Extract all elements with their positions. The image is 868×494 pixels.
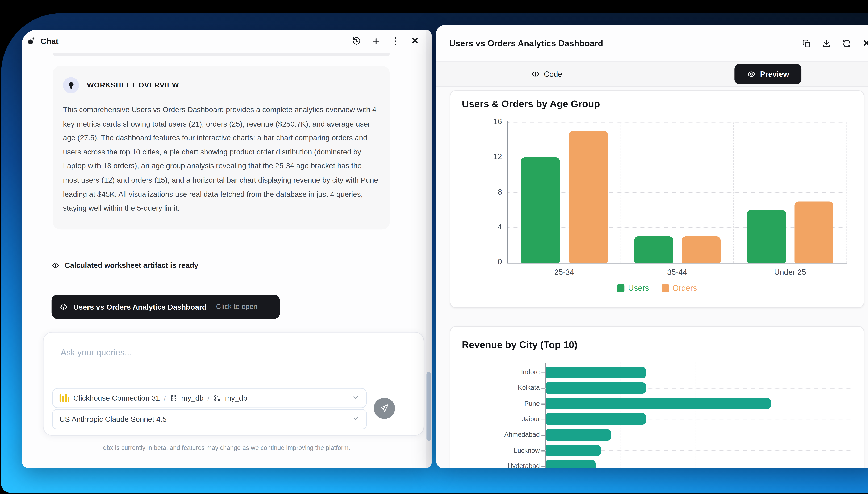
schema-name: my_db [225, 394, 247, 402]
bar-orders-35-44 [682, 236, 721, 263]
overview-card-title: WORKSHEET OVERVIEW [87, 81, 179, 89]
chevron-down-icon [352, 393, 360, 403]
close-chat-icon[interactable]: ✕ [409, 35, 421, 48]
history-icon[interactable] [350, 35, 363, 48]
chat-input[interactable] [59, 346, 405, 378]
artifact-status: Calculated worksheet artifact is ready [52, 261, 198, 270]
chevron-down-icon [352, 414, 360, 424]
previous-message-edge [53, 53, 390, 56]
connection-icon [59, 394, 70, 402]
code-icon [52, 261, 59, 269]
model-name: US Anthropic Claude Sonnet 4.5 [59, 415, 167, 423]
code-icon [59, 303, 68, 311]
bar-users-under-25 [747, 210, 786, 263]
worksheet-overview-card: WORKSHEET OVERVIEW This comprehensive Us… [53, 66, 390, 229]
artifact-button-hint: - Click to open [212, 303, 258, 311]
code-icon [531, 70, 540, 78]
scrollbar-track[interactable] [426, 30, 432, 468]
revenue-chart: IndoreKolkataPuneJaipurAhmedabadLucknowH… [451, 327, 864, 468]
connection-select[interactable]: Clickhouse Connection 31 / my_db / my_db [52, 388, 367, 408]
bar-pune [546, 398, 771, 409]
artifact-button-title: Users vs Orders Analytics Dashboard [73, 303, 207, 311]
bar-users-35-44 [634, 236, 673, 263]
overview-card-body: This comprehensive Users vs Orders Dashb… [63, 103, 379, 215]
path-separator: / [208, 394, 210, 402]
bar-kolkata [546, 382, 646, 394]
beta-disclaimer: dbx is currently in beta, and features m… [22, 444, 432, 451]
connection-name: Clickhouse Connection 31 [73, 394, 160, 402]
overview-card-header: WORKSHEET OVERVIEW [63, 77, 379, 93]
refresh-icon[interactable] [840, 37, 853, 50]
screen: Chat ⋮ ✕ WORKSHEET OVERVIEW Thi [0, 0, 868, 494]
new-chat-icon[interactable] [370, 35, 382, 48]
tab-preview[interactable]: Preview [735, 64, 801, 84]
schema-icon [213, 394, 221, 402]
artifact-title: Users vs Orders Analytics Dashboard [436, 38, 603, 48]
chat-title-wrap: Chat [22, 35, 58, 48]
bar-jaipur [546, 414, 646, 425]
database-name: my_db [181, 394, 204, 402]
model-select[interactable]: US Anthropic Claude Sonnet 4.5 [52, 409, 367, 429]
chat-panel: Chat ⋮ ✕ WORKSHEET OVERVIEW Thi [22, 30, 432, 468]
chat-header: Chat ⋮ ✕ [22, 30, 432, 53]
lightbulb-icon [63, 77, 79, 93]
revenue-chart-card: Revenue by City (Top 10) IndoreKolkataPu… [450, 326, 864, 468]
age-group-chart-card: Users & Orders by Age Group 161284025-34… [450, 91, 864, 308]
chat-panel-title: Chat [41, 37, 58, 46]
database-icon [170, 394, 177, 402]
chat-sparkle-icon [25, 35, 38, 48]
tab-code-label: Code [544, 70, 562, 78]
age-group-legend: UsersOrders [451, 283, 864, 292]
artifact-header: Users vs Orders Analytics Dashboard ✕ [436, 25, 868, 61]
send-button[interactable] [374, 398, 395, 419]
bar-ahmedabad [546, 429, 611, 440]
copy-icon[interactable] [800, 37, 813, 50]
legend-item-orders: Orders [662, 283, 697, 292]
tab-preview-label: Preview [760, 70, 789, 78]
tab-code[interactable]: Code [436, 62, 657, 87]
download-icon[interactable] [820, 37, 833, 50]
path-separator: / [164, 394, 166, 402]
artifact-open-button[interactable]: Users vs Orders Analytics Dashboard - Cl… [52, 295, 280, 319]
send-plane-icon [379, 403, 389, 413]
bar-hyderabad [546, 460, 596, 468]
age-group-chart: 161284025-3435-44Under 25 [451, 91, 864, 307]
artifact-panel: Users vs Orders Analytics Dashboard ✕ Co… [436, 25, 868, 468]
artifact-status-text: Calculated worksheet artifact is ready [65, 261, 198, 270]
chat-header-actions: ⋮ ✕ [350, 35, 432, 48]
bar-users-25-34 [521, 158, 560, 263]
scrollbar-thumb[interactable] [426, 372, 431, 441]
artifact-header-actions: ✕ [800, 37, 868, 50]
close-artifact-icon[interactable]: ✕ [860, 37, 868, 50]
more-options-icon[interactable]: ⋮ [389, 35, 402, 48]
composer: Clickhouse Connection 31 / my_db / my_db… [43, 332, 424, 436]
bar-orders-25-34 [569, 131, 608, 263]
bar-lucknow [546, 445, 601, 456]
bar-orders-under-25 [795, 201, 834, 263]
bar-indore [546, 366, 646, 378]
eye-icon [747, 70, 755, 78]
view-toggle: Code Preview [436, 61, 868, 87]
legend-item-users: Users [617, 283, 649, 292]
